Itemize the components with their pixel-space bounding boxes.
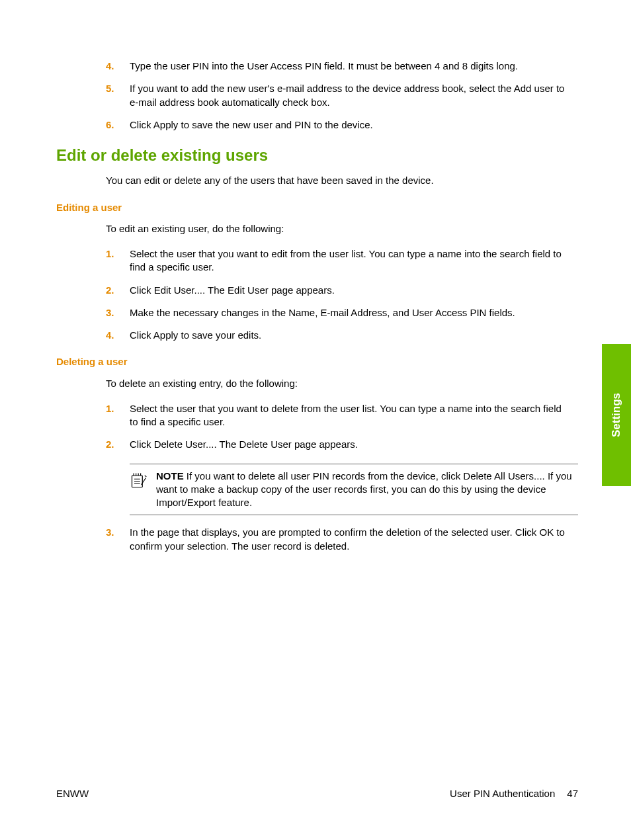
list-item: 1. Select the user that you want to edit…	[56, 247, 578, 274]
list-number: 1.	[56, 247, 127, 274]
list-item: 6. Click Apply to save the new user and …	[56, 118, 578, 132]
ordered-list-deleting-b: 3. In the page that displays, you are pr…	[56, 526, 578, 553]
list-text: Click Edit User.... The Edit User page a…	[127, 284, 578, 297]
list-number: 5.	[56, 82, 127, 109]
list-number: 4.	[56, 60, 127, 73]
side-tab-settings: Settings	[602, 344, 631, 486]
note-text: If you want to delete all user PIN recor…	[156, 470, 572, 509]
list-number: 2.	[56, 438, 127, 451]
section-heading: Edit or delete existing users	[56, 145, 578, 166]
list-text: In the page that displays, you are promp…	[127, 526, 578, 553]
list-number: 3.	[56, 306, 127, 319]
list-item: 4. Click Apply to save your edits.	[56, 329, 578, 342]
list-item: 1. Select the user that you want to dele…	[56, 402, 578, 429]
document-page: 4. Type the user PIN into the User Acces…	[0, 0, 631, 840]
list-text: Select the user that you want to delete …	[127, 402, 578, 429]
subsection-heading-editing: Editing a user	[56, 201, 578, 214]
subsection-intro: To edit an existing user, do the followi…	[106, 222, 578, 235]
footer-page-number: 47	[567, 787, 578, 800]
list-item: 2. Click Delete User.... The Delete User…	[56, 438, 578, 451]
list-item: 4. Type the user PIN into the User Acces…	[56, 60, 578, 73]
list-text: Select the user that you want to edit fr…	[127, 247, 578, 274]
list-text: Make the necessary changes in the Name, …	[127, 306, 578, 319]
note-block: NOTE If you want to delete all user PIN …	[130, 464, 578, 516]
list-item: 5. If you want to add the new user's e-m…	[56, 82, 578, 109]
list-text: If you want to add the new user's e-mail…	[127, 82, 578, 109]
list-number: 4.	[56, 329, 127, 342]
list-item: 3. In the page that displays, you are pr…	[56, 526, 578, 553]
ordered-list-top: 4. Type the user PIN into the User Acces…	[56, 60, 578, 132]
list-item: 3. Make the necessary changes in the Nam…	[56, 306, 578, 319]
footer-section-label: User PIN Authentication	[450, 787, 555, 800]
list-text: Click Delete User.... The Delete User pa…	[127, 438, 578, 451]
list-item: 2. Click Edit User.... The Edit User pag…	[56, 284, 578, 297]
list-number: 6.	[56, 118, 127, 132]
section-intro: You can edit or delete any of the users …	[106, 174, 578, 187]
ordered-list-deleting-a: 1. Select the user that you want to dele…	[56, 402, 578, 452]
footer-left: ENWW	[56, 787, 89, 800]
footer-right: User PIN Authentication 47	[450, 787, 578, 800]
page-footer: ENWW User PIN Authentication 47	[56, 787, 578, 800]
list-text: Click Apply to save the new user and PIN…	[127, 118, 578, 132]
ordered-list-editing: 1. Select the user that you want to edit…	[56, 247, 578, 342]
subsection-intro: To delete an existing entry, do the foll…	[106, 377, 578, 390]
list-number: 2.	[56, 284, 127, 297]
note-label: NOTE	[156, 470, 184, 482]
subsection-heading-deleting: Deleting a user	[56, 355, 578, 368]
list-number: 3.	[56, 526, 127, 553]
note-body: NOTE If you want to delete all user PIN …	[156, 470, 578, 510]
list-text: Click Apply to save your edits.	[127, 329, 578, 342]
note-icon	[130, 470, 148, 510]
list-number: 1.	[56, 402, 127, 429]
list-text: Type the user PIN into the User Access P…	[127, 60, 578, 73]
